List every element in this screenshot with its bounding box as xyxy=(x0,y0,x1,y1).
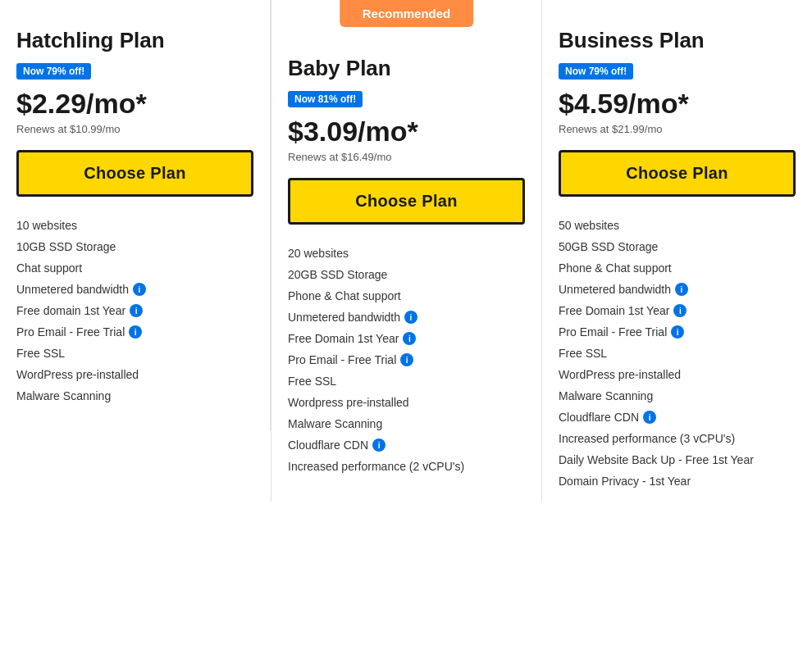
info-icon[interactable]: i xyxy=(675,283,688,296)
feature-item: Daily Website Back Up - Free 1st Year xyxy=(559,449,796,470)
recommended-badge: Recommended xyxy=(340,0,474,27)
plan-renews-baby: Renews at $16.49/mo xyxy=(288,151,525,163)
feature-item: Free Domain 1st Year i xyxy=(559,300,796,321)
feature-text: Phone & Chat support xyxy=(559,261,672,275)
feature-item: Pro Email - Free Trial i xyxy=(16,321,253,343)
info-icon[interactable]: i xyxy=(673,304,687,317)
plan-card-hatchling: Hatchling PlanNow 79% off!$2.29/mo*Renew… xyxy=(0,0,271,431)
choose-plan-button-baby[interactable]: Choose Plan xyxy=(288,178,525,225)
feature-item: Pro Email - Free Trial i xyxy=(288,349,525,370)
feature-text: WordPress pre-installed xyxy=(559,368,681,381)
feature-text: Chat support xyxy=(16,261,82,275)
feature-text: Malware Scanning xyxy=(559,389,653,402)
plan-renews-business: Renews at $21.99/mo xyxy=(559,123,796,135)
discount-badge-baby: Now 81% off! xyxy=(288,91,363,107)
feature-item: Wordpress pre-installed xyxy=(288,392,525,413)
feature-item: WordPress pre-installed xyxy=(559,364,796,385)
feature-item: Free SSL xyxy=(288,370,525,392)
features-list-business: 50 websites 50GB SSD Storage Phone & Cha… xyxy=(559,215,796,492)
feature-item: Free Domain 1st Year i xyxy=(288,328,525,349)
feature-item: Malware Scanning xyxy=(288,413,525,434)
feature-item: Cloudflare CDN i xyxy=(559,407,796,428)
feature-text: 50GB SSD Storage xyxy=(559,240,658,253)
feature-item: Free SSL xyxy=(559,343,796,364)
plan-card-business: Business PlanNow 79% off!$4.59/mo*Renews… xyxy=(542,0,812,516)
feature-item: Phone & Chat support xyxy=(288,285,525,307)
feature-text: Pro Email - Free Trial xyxy=(288,353,396,366)
feature-text: Increased performance (2 vCPU's) xyxy=(288,460,464,473)
plan-name-hatchling: Hatchling Plan xyxy=(16,28,253,53)
discount-badge-hatchling: Now 79% off! xyxy=(16,63,91,80)
feature-item: Chat support xyxy=(16,257,253,279)
info-icon[interactable]: i xyxy=(400,353,413,366)
feature-text: 50 websites xyxy=(559,219,619,232)
plan-renews-hatchling: Renews at $10.99/mo xyxy=(16,123,253,135)
plan-name-business: Business Plan xyxy=(559,28,796,53)
feature-text: Unmetered bandwidth xyxy=(559,283,671,296)
info-icon[interactable]: i xyxy=(403,332,416,345)
feature-text: Pro Email - Free Trial xyxy=(559,325,667,339)
feature-text: 20 websites xyxy=(288,247,349,260)
plans-container: Hatchling PlanNow 79% off!$2.29/mo*Renew… xyxy=(0,0,812,668)
feature-item: 50GB SSD Storage xyxy=(559,236,796,257)
info-icon[interactable]: i xyxy=(133,283,146,296)
features-list-hatchling: 10 websites 10GB SSD Storage Chat suppor… xyxy=(16,215,253,407)
feature-item: Malware Scanning xyxy=(559,385,796,407)
feature-text: Wordpress pre-installed xyxy=(288,396,409,409)
choose-plan-button-hatchling[interactable]: Choose Plan xyxy=(16,150,253,197)
feature-text: Unmetered bandwidth xyxy=(16,283,129,296)
feature-item: 50 websites xyxy=(559,215,796,236)
info-icon[interactable]: i xyxy=(671,325,684,339)
feature-text: Unmetered bandwidth xyxy=(288,311,400,324)
feature-text: Free SSL xyxy=(16,347,65,360)
feature-text: Free Domain 1st Year xyxy=(559,304,669,317)
info-icon[interactable]: i xyxy=(372,439,385,452)
feature-text: Pro Email - Free Trial xyxy=(16,325,125,339)
plan-price-hatchling: $2.29/mo* xyxy=(16,88,253,120)
feature-item: Pro Email - Free Trial i xyxy=(559,321,796,343)
feature-item: Phone & Chat support xyxy=(559,257,796,279)
feature-item: Free SSL xyxy=(16,343,253,364)
feature-text: Cloudflare CDN xyxy=(559,411,639,424)
feature-item: Increased performance (3 vCPU's) xyxy=(559,428,796,449)
feature-text: Free SSL xyxy=(288,375,336,388)
feature-text: WordPress pre-installed xyxy=(16,368,139,381)
feature-text: 20GB SSD Storage xyxy=(288,268,387,281)
feature-text: Cloudflare CDN xyxy=(288,439,368,452)
feature-text: Phone & Chat support xyxy=(288,289,401,302)
feature-item: WordPress pre-installed xyxy=(16,364,253,385)
feature-text: Domain Privacy - 1st Year xyxy=(559,475,691,488)
feature-item: Cloudflare CDN i xyxy=(288,434,525,456)
feature-item: Unmetered bandwidth i xyxy=(16,279,253,300)
plan-price-business: $4.59/mo* xyxy=(559,88,796,120)
discount-badge-business: Now 79% off! xyxy=(559,63,633,80)
feature-item: Free domain 1st Year i xyxy=(16,300,253,321)
features-list-baby: 20 websites 20GB SSD Storage Phone & Cha… xyxy=(288,243,525,477)
feature-item: Increased performance (2 vCPU's) xyxy=(288,456,525,477)
feature-text: Free Domain 1st Year xyxy=(288,332,399,345)
feature-text: Increased performance (3 vCPU's) xyxy=(559,432,735,445)
plan-price-baby: $3.09/mo* xyxy=(288,116,525,148)
feature-text: Malware Scanning xyxy=(16,389,111,402)
choose-plan-button-business[interactable]: Choose Plan xyxy=(559,150,796,197)
feature-text: Free SSL xyxy=(559,347,607,360)
plan-card-baby: RecommendedBaby PlanNow 81% off!$3.09/mo… xyxy=(271,0,542,502)
feature-text: 10 websites xyxy=(16,219,77,232)
feature-item: 20 websites xyxy=(288,243,525,264)
feature-text: Free domain 1st Year xyxy=(16,304,125,317)
feature-item: Domain Privacy - 1st Year xyxy=(559,470,796,492)
info-icon[interactable]: i xyxy=(643,411,656,424)
feature-item: 20GB SSD Storage xyxy=(288,264,525,285)
feature-item: Malware Scanning xyxy=(16,385,253,407)
feature-item: Unmetered bandwidth i xyxy=(288,307,525,328)
info-icon[interactable]: i xyxy=(404,311,417,324)
feature-text: Daily Website Back Up - Free 1st Year xyxy=(559,453,754,466)
feature-text: Malware Scanning xyxy=(288,417,382,430)
feature-item: Unmetered bandwidth i xyxy=(559,279,796,300)
info-icon[interactable]: i xyxy=(129,325,142,339)
plan-name-baby: Baby Plan xyxy=(288,56,525,81)
feature-item: 10GB SSD Storage xyxy=(16,236,253,257)
feature-text: 10GB SSD Storage xyxy=(16,240,116,253)
feature-item: 10 websites xyxy=(16,215,253,236)
info-icon[interactable]: i xyxy=(130,304,143,317)
